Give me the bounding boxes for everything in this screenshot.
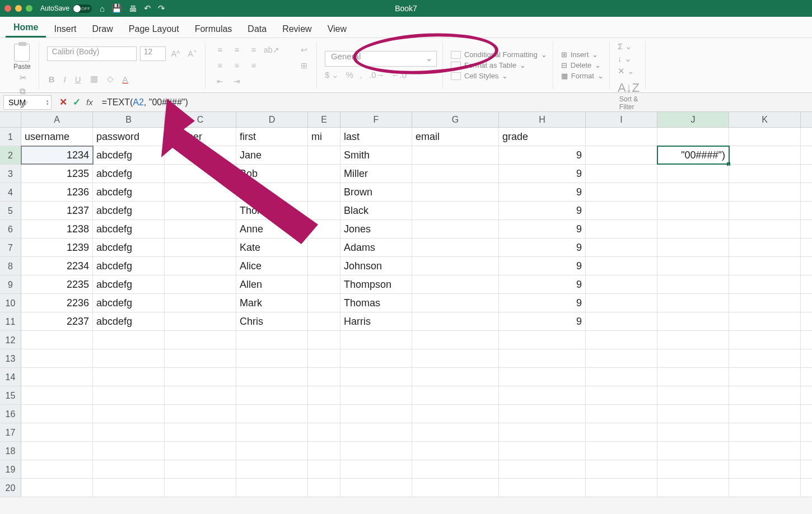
cell-E[interactable] [308, 146, 340, 164]
cell-D[interactable] [236, 386, 308, 404]
cell-K[interactable] [729, 442, 801, 460]
cell-C[interactable] [165, 368, 236, 386]
cell-F[interactable] [340, 331, 412, 349]
format-as-table-button[interactable]: Format as Table ⌄ [451, 61, 547, 69]
cell-K[interactable] [729, 183, 801, 201]
cell-D[interactable]: Chris [236, 312, 308, 330]
cell-F[interactable]: Black [340, 202, 412, 219]
insert-cells-button[interactable]: ⊞Insert ⌄ [561, 50, 604, 59]
cell-K[interactable] [729, 386, 801, 404]
cell-E[interactable] [308, 165, 340, 183]
redo-icon[interactable]: ↷ [158, 3, 165, 13]
cell-E[interactable] [308, 312, 340, 330]
cell-H[interactable]: 9 [499, 275, 586, 293]
cell-D[interactable] [236, 405, 308, 423]
cell-F[interactable] [340, 460, 412, 478]
cut-icon[interactable]: ✂ [20, 73, 28, 83]
cell-G[interactable] [412, 479, 499, 497]
paste-button[interactable]: Paste [11, 41, 33, 73]
cell-E[interactable] [308, 202, 340, 219]
cell-A[interactable]: 1239 [21, 239, 93, 256]
cell-D[interactable]: Mark [236, 294, 308, 312]
cell-E[interactable] [308, 257, 340, 275]
col-header-G[interactable]: G [412, 112, 499, 127]
row-header-6[interactable]: 6 [0, 220, 21, 238]
cell-B[interactable]: abcdefg [93, 257, 165, 275]
cell-B[interactable] [93, 423, 165, 441]
undo-icon[interactable]: ↶ [144, 3, 151, 13]
cell-C[interactable] [165, 202, 236, 219]
select-all-corner[interactable] [0, 112, 21, 127]
row-header-12[interactable]: 12 [0, 331, 21, 349]
cell-A[interactable] [21, 349, 93, 367]
font-family-selector[interactable]: Calibri (Body) [47, 46, 137, 61]
fill-color-button[interactable]: ◇ [105, 74, 115, 84]
cell-H[interactable]: 9 [499, 202, 586, 219]
cell-C[interactable] [165, 460, 236, 478]
cell-J[interactable] [657, 202, 729, 219]
row-header-10[interactable]: 10 [0, 294, 21, 312]
border-button[interactable]: ▦ [88, 74, 100, 84]
cell-K[interactable] [729, 423, 801, 441]
cell-E[interactable] [308, 294, 340, 312]
cell-K[interactable] [729, 128, 801, 146]
cell-D[interactable] [236, 423, 308, 441]
print-icon[interactable]: 🖶 [129, 4, 137, 13]
cell-C[interactable] [165, 239, 236, 256]
cell-I[interactable] [586, 442, 657, 460]
cell-C[interactable] [165, 331, 236, 349]
cell-I[interactable] [586, 202, 657, 219]
cell-J[interactable] [657, 183, 729, 201]
align-right-icon[interactable]: ≡ [247, 61, 260, 70]
cell-A[interactable]: 1235 [21, 165, 93, 183]
cell-K[interactable] [729, 294, 801, 312]
cell-F[interactable] [340, 479, 412, 497]
cell-F[interactable]: Johnson [340, 257, 412, 275]
cell-B[interactable] [93, 460, 165, 478]
cell-E[interactable] [308, 442, 340, 460]
cell-J[interactable] [657, 220, 729, 238]
cell-D[interactable] [236, 442, 308, 460]
tab-page-layout[interactable]: Page Layout [121, 20, 187, 38]
decrease-decimal-icon[interactable]: ←.0 [391, 70, 407, 80]
cell-I[interactable] [586, 183, 657, 201]
row-header-3[interactable]: 3 [0, 165, 21, 183]
cell-D[interactable] [236, 479, 308, 497]
cell-J[interactable] [657, 479, 729, 497]
cell-J[interactable] [657, 165, 729, 183]
decrease-font-icon[interactable]: A˅ [186, 49, 199, 58]
cell-A[interactable]: 2237 [21, 312, 93, 330]
cell-G[interactable] [412, 386, 499, 404]
cell-F[interactable]: Miller [340, 165, 412, 183]
autosave-toggle[interactable]: AutoSave OFF [40, 4, 92, 13]
cell-I[interactable] [586, 312, 657, 330]
autosum-icon[interactable]: Σ ⌄ [618, 41, 634, 52]
accounting-format-icon[interactable]: $ ⌄ [325, 70, 339, 80]
orientation-icon[interactable]: ab↗ [264, 45, 277, 54]
row-header-9[interactable]: 9 [0, 275, 21, 293]
cell-E[interactable] [308, 405, 340, 423]
cell-B[interactable]: abcdefg [93, 146, 165, 164]
cell-B[interactable] [93, 368, 165, 386]
underline-button[interactable]: U [73, 74, 83, 84]
cell-H[interactable]: 9 [499, 294, 586, 312]
cell-B[interactable]: abcdefg [93, 239, 165, 256]
tab-view[interactable]: View [320, 20, 354, 38]
cell-E[interactable] [308, 331, 340, 349]
cell-C[interactable] [165, 146, 236, 164]
cell-B[interactable] [93, 331, 165, 349]
cell-D[interactable]: Amy [236, 183, 308, 201]
col-header-J[interactable]: J [657, 112, 729, 127]
col-header-K[interactable]: K [729, 112, 801, 127]
row-header-14[interactable]: 14 [0, 368, 21, 386]
cell-F[interactable]: Brown [340, 183, 412, 201]
cell-F[interactable] [340, 442, 412, 460]
cell-I[interactable] [586, 405, 657, 423]
cell-J[interactable] [657, 386, 729, 404]
cell-F[interactable]: Smith [340, 146, 412, 164]
cell-F[interactable]: Adams [340, 239, 412, 256]
cell-G[interactable] [412, 312, 499, 330]
col-header-D[interactable]: D [236, 112, 308, 127]
cell-H[interactable]: 9 [499, 165, 586, 183]
cell-C[interactable] [165, 405, 236, 423]
